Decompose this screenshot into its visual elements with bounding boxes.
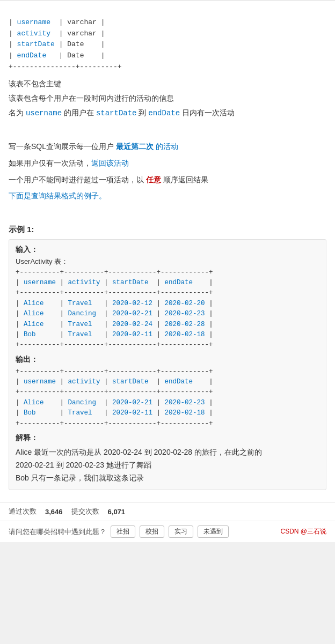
recruitment-bar: 请问您在哪类招聘中遇到此题？ 社招 校招 实习 未遇到 CSDN @三石说: [0, 521, 335, 542]
output-label: 输出：: [16, 355, 319, 365]
example-title: 示例 1:: [9, 225, 326, 235]
input-table: +----------+----------+------------+----…: [16, 268, 319, 351]
btn-not-encountered[interactable]: 未遇到: [198, 525, 229, 538]
csdn-attribution: CSDN @三石说: [280, 527, 326, 536]
input-label: 输入：: [16, 245, 319, 255]
explanation-line2: 2020-02-21 到 2020-02-23 她进行了舞蹈: [16, 459, 319, 472]
desc-line1: 该表不包含主键: [9, 77, 326, 91]
submit-label: 提交次数: [71, 507, 99, 516]
query-line4: 下面是查询结果格式的例子。: [9, 189, 326, 203]
query-line1: 写一条SQL查询展示每一位用户 最近第二次 的活动: [9, 139, 326, 154]
pass-label: 通过次数: [9, 507, 37, 516]
explanation-line3: Bob 只有一条记录，我们就取这条记录: [16, 472, 319, 485]
output-table: +----------+----------+------------+----…: [16, 367, 319, 429]
main-content: | username | varchar | | activity | varc…: [0, 0, 335, 502]
pass-value: 3,646: [45, 508, 63, 516]
table-name-label: UserActivity 表：: [16, 257, 319, 267]
explanation-label: 解释：: [16, 433, 319, 443]
desc-line3: 名为 username 的用户在 startDate 到 endDate 日内有…: [9, 106, 326, 120]
btn-shezao[interactable]: 社招: [111, 525, 135, 538]
explanation-line1: Alice 最近一次的活动是从 2020-02-24 到 2020-02-28 …: [16, 446, 319, 459]
explanation-text: Alice 最近一次的活动是从 2020-02-24 到 2020-02-28 …: [16, 446, 319, 484]
desc-line2: 该表包含每个用户在一段时间内进行的活动的信息: [9, 92, 326, 105]
example-box: 输入： UserActivity 表： +----------+--------…: [9, 239, 326, 491]
btn-shixi[interactable]: 实习: [169, 525, 193, 538]
query-line2: 如果用户仅有一次活动，返回该活动: [9, 156, 326, 171]
description-section: 该表不包含主键 该表包含每个用户在一段时间内进行的活动的信息 名为 userna…: [9, 77, 326, 121]
query-section: 写一条SQL查询展示每一位用户 最近第二次 的活动 如果用户仅有一次活动，返回该…: [9, 139, 326, 203]
schema-table: | username | varchar | | activity | varc…: [9, 6, 326, 73]
submit-value: 6,071: [108, 508, 126, 516]
footer-stats: 通过次数 3,646 提交次数 6,071: [0, 502, 335, 521]
btn-xiaozao[interactable]: 校招: [140, 525, 164, 538]
recruitment-question: 请问您在哪类招聘中遇到此题？: [9, 527, 106, 537]
query-line3: 一个用户不能同时进行超过一项活动，以 任意 顺序返回结果: [9, 173, 326, 187]
